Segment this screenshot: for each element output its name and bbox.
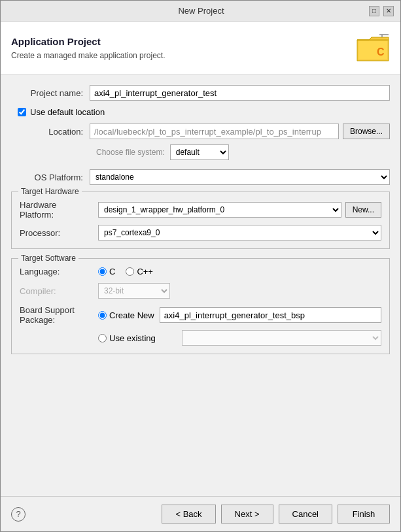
processor-label: Processor: bbox=[20, 228, 98, 238]
footer-right: < Back Next > Cancel Finish bbox=[162, 505, 390, 524]
use-default-location-label: Use default location bbox=[30, 107, 105, 117]
cancel-button[interactable]: Cancel bbox=[279, 505, 332, 524]
target-software-section: Target Software Language: C C++ Com bbox=[11, 258, 390, 354]
use-default-location-checkbox[interactable] bbox=[18, 108, 26, 116]
os-platform-select[interactable]: standalone bbox=[90, 169, 390, 185]
finish-button[interactable]: Finish bbox=[338, 505, 390, 524]
filesystem-select[interactable]: default bbox=[170, 144, 229, 160]
language-c-label: C bbox=[109, 267, 115, 276]
header-icon: C bbox=[356, 31, 390, 65]
titlebar: New Project □ ✕ bbox=[1, 1, 400, 22]
target-hardware-section: Target Hardware Hardware Platform: desig… bbox=[11, 191, 390, 249]
hardware-platform-select[interactable]: design_1_wrapper_hw_platform_0 bbox=[98, 202, 341, 218]
use-existing-option[interactable]: Use existing bbox=[98, 333, 177, 343]
os-platform-row: OS Platform: standalone bbox=[11, 169, 390, 185]
header-area: Application Project Create a managed mak… bbox=[1, 22, 400, 75]
close-button[interactable]: ✕ bbox=[383, 6, 394, 16]
language-c-radio[interactable] bbox=[98, 267, 107, 276]
target-software-title: Target Software bbox=[18, 254, 78, 263]
help-icon[interactable]: ? bbox=[11, 507, 26, 522]
header-text: Application Project Create a managed mak… bbox=[11, 36, 165, 60]
bsp-name-input[interactable] bbox=[160, 307, 381, 323]
language-cpp-option[interactable]: C++ bbox=[126, 267, 153, 276]
bsp-label: Board Support Package: bbox=[20, 305, 98, 325]
compiler-label: Compiler: bbox=[20, 286, 98, 296]
svg-marker-1 bbox=[357, 37, 389, 40]
browse-button[interactable]: Browse... bbox=[343, 124, 390, 139]
bsp-create-new-row: Board Support Package: Create New bbox=[20, 305, 381, 325]
hardware-platform-row: Hardware Platform: design_1_wrapper_hw_p… bbox=[20, 200, 381, 220]
folder-icon: C bbox=[356, 31, 390, 65]
location-input[interactable] bbox=[90, 124, 339, 139]
svg-text:C: C bbox=[377, 46, 385, 58]
titlebar-buttons: □ ✕ bbox=[369, 6, 394, 16]
compiler-row: Compiler: 32-bit bbox=[20, 283, 381, 299]
use-default-location-row: Use default location bbox=[11, 107, 390, 117]
processor-select[interactable]: ps7_cortexa9_0 bbox=[98, 225, 381, 241]
project-name-input[interactable] bbox=[90, 85, 390, 101]
location-label: Location: bbox=[11, 127, 90, 137]
new-project-dialog: New Project □ ✕ Application Project Crea… bbox=[0, 0, 401, 532]
footer-left: ? bbox=[11, 507, 26, 522]
language-cpp-label: C++ bbox=[137, 267, 153, 276]
use-existing-radio[interactable] bbox=[98, 334, 107, 342]
location-row: Location: Browse... bbox=[11, 124, 390, 139]
minimize-button[interactable]: □ bbox=[369, 6, 379, 16]
filesystem-row: Choose file system: default bbox=[11, 144, 390, 160]
back-button[interactable]: < Back bbox=[162, 505, 215, 524]
language-cpp-radio[interactable] bbox=[126, 267, 134, 276]
create-new-option[interactable]: Create New bbox=[98, 310, 154, 320]
language-c-option[interactable]: C bbox=[98, 267, 115, 276]
language-radio-group: C C++ bbox=[98, 267, 153, 276]
language-label: Language: bbox=[20, 267, 98, 276]
filesystem-label: Choose file system: bbox=[96, 148, 165, 157]
footer: ? < Back Next > Cancel Finish bbox=[1, 496, 400, 531]
hardware-platform-label: Hardware Platform: bbox=[20, 200, 98, 220]
use-existing-row: Use existing bbox=[20, 330, 381, 346]
project-name-label: Project name: bbox=[11, 88, 90, 98]
target-hardware-title: Target Hardware bbox=[18, 187, 82, 196]
create-new-label: Create New bbox=[109, 310, 154, 320]
content-area: Project name: Use default location Locat… bbox=[1, 75, 400, 496]
page-subtitle: Create a managed make application projec… bbox=[11, 51, 165, 60]
new-hardware-platform-button[interactable]: New... bbox=[345, 202, 381, 218]
use-existing-select[interactable] bbox=[182, 330, 381, 346]
os-platform-label: OS Platform: bbox=[11, 173, 90, 182]
page-title: Application Project bbox=[11, 36, 165, 47]
processor-row: Processor: ps7_cortexa9_0 bbox=[20, 225, 381, 241]
next-button[interactable]: Next > bbox=[221, 505, 273, 524]
compiler-select[interactable]: 32-bit bbox=[98, 283, 170, 299]
language-row: Language: C C++ bbox=[20, 267, 381, 276]
project-name-row: Project name: bbox=[11, 85, 390, 101]
create-new-radio[interactable] bbox=[98, 311, 107, 320]
use-existing-label: Use existing bbox=[109, 333, 156, 343]
dialog-title: New Project bbox=[33, 6, 369, 16]
